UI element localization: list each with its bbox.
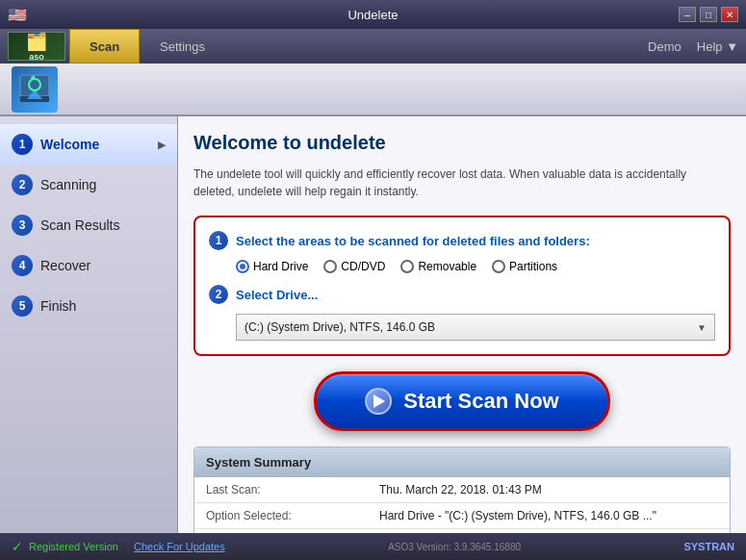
sidebar-item-scanning[interactable]: 2 Scanning <box>0 165 177 205</box>
sidebar-label-recover: Recover <box>40 258 90 273</box>
start-scan-label: Start Scan Now <box>403 389 558 414</box>
help-link[interactable]: Help ▼ <box>697 39 738 54</box>
summary-value-last-scan: Thu. March 22, 2018. 01:43 PM <box>379 483 542 496</box>
radio-circle-hd[interactable] <box>236 260 249 273</box>
summary-row-files-found: Files Found: 178 file(s) <box>194 529 730 533</box>
start-scan-button[interactable]: Start Scan Now <box>314 371 609 431</box>
tab-scan[interactable]: Scan <box>69 29 140 64</box>
sidebar-item-scan-results[interactable]: 3 Scan Results <box>0 205 177 245</box>
sidebar-num-2: 2 <box>12 174 33 195</box>
registered-indicator: ✓ Registered Version <box>12 539 118 554</box>
minimize-button[interactable]: – <box>679 7 696 22</box>
radio-cddvd[interactable]: CD/DVD <box>323 260 385 273</box>
drive-dropdown[interactable]: (C:) (System Drive), NTFS, 146.0 GB ▼ <box>236 314 715 341</box>
sidebar-num-5: 5 <box>12 295 33 317</box>
title-bar: 🇺🇸 Undelete – □ ✕ <box>0 0 746 29</box>
radio-partitions[interactable]: Partitions <box>492 260 557 273</box>
app-logo: 🗂️ aso <box>8 32 65 61</box>
page-title: Welcome to undelete <box>193 132 731 154</box>
radio-removable[interactable]: Removable <box>400 260 476 273</box>
summary-title: System Summary <box>194 447 730 477</box>
scan-options-box: 1 Select the areas to be scanned for del… <box>193 216 731 356</box>
summary-row-option: Option Selected: Hard Drive - "(C:) (Sys… <box>194 503 730 529</box>
bottom-left: ✓ Registered Version Check For Updates <box>12 539 225 554</box>
sidebar: 1 Welcome ▶ 2 Scanning 3 Scan Results 4 … <box>0 116 178 533</box>
step2-text: Select Drive... <box>236 288 318 302</box>
summary-value-option: Hard Drive - "(C:) (System Drive), NTFS,… <box>379 509 656 522</box>
window-title: Undelete <box>347 8 398 22</box>
play-icon <box>365 388 392 415</box>
content-area: Welcome to undelete The undelete tool wi… <box>178 116 746 533</box>
page-description: The undelete tool will quickly and effic… <box>193 165 731 200</box>
demo-link[interactable]: Demo <box>648 39 682 54</box>
sidebar-num-1: 1 <box>12 134 33 155</box>
play-triangle-icon <box>373 395 385 408</box>
sidebar-arrow-welcome: ▶ <box>158 140 166 150</box>
app-icon <box>12 66 58 113</box>
drive-select-area: (C:) (System Drive), NTFS, 146.0 GB ▼ <box>236 314 715 341</box>
radio-label-part: Partitions <box>509 260 557 273</box>
system-summary-box: System Summary Last Scan: Thu. March 22,… <box>193 446 731 533</box>
logo-text: aso <box>26 52 47 62</box>
bottom-bar: ✓ Registered Version Check For Updates A… <box>0 533 746 560</box>
radio-label-hd: Hard Drive <box>253 260 308 273</box>
summary-label-last-scan: Last Scan: <box>206 483 379 496</box>
title-bar-controls: – □ ✕ <box>679 7 738 22</box>
sidebar-num-3: 3 <box>12 215 33 236</box>
version-text: ASO3 Version: 3.9.3645.16880 <box>388 542 521 552</box>
step2-label: 2 Select Drive... <box>209 285 715 304</box>
main-area: 1 Welcome ▶ 2 Scanning 3 Scan Results 4 … <box>0 116 746 533</box>
sidebar-item-recover[interactable]: 4 Recover <box>0 245 177 286</box>
sidebar-label-scan-results: Scan Results <box>40 217 119 233</box>
sidebar-item-welcome[interactable]: 1 Welcome ▶ <box>0 124 177 165</box>
radio-hard-drive[interactable]: Hard Drive <box>236 260 308 273</box>
radio-label-cd: CD/DVD <box>341 260 385 273</box>
sidebar-num-4: 4 <box>12 255 33 276</box>
radio-circle-part[interactable] <box>492 260 505 273</box>
step2-num: 2 <box>209 285 228 304</box>
sidebar-label-scanning: Scanning <box>40 177 96 192</box>
restore-button[interactable]: □ <box>700 7 717 22</box>
summary-row-last-scan: Last Scan: Thu. March 22, 2018. 01:43 PM <box>194 477 730 503</box>
sidebar-label-welcome: Welcome <box>40 137 99 152</box>
check-icon: ✓ <box>12 539 23 554</box>
step1-label: 1 Select the areas to be scanned for del… <box>209 231 715 250</box>
systray-logo: SYSTRAN <box>683 541 734 552</box>
radio-group: Hard Drive CD/DVD Removable Partitions <box>236 260 715 273</box>
step1-text: Select the areas to be scanned for delet… <box>236 234 590 248</box>
title-bar-flag: 🇺🇸 <box>8 6 27 24</box>
summary-label-option: Option Selected: <box>206 509 379 522</box>
app-header <box>0 64 746 116</box>
radio-label-rem: Removable <box>418 260 476 273</box>
tab-settings[interactable]: Settings <box>140 29 225 64</box>
scan-button-area: Start Scan Now <box>193 371 731 431</box>
check-updates-link[interactable]: Check For Updates <box>134 541 225 552</box>
menu-bar: 🗂️ aso Scan Settings Demo Help ▼ <box>0 29 746 64</box>
sidebar-item-finish[interactable]: 5 Finish <box>0 286 177 326</box>
close-button[interactable]: ✕ <box>721 7 738 22</box>
radio-circle-rem[interactable] <box>400 260 414 273</box>
drive-value: (C:) (System Drive), NTFS, 146.0 GB <box>244 320 435 334</box>
step1-num: 1 <box>209 231 228 250</box>
sidebar-label-finish: Finish <box>40 298 76 314</box>
registered-label: Registered Version <box>29 541 118 552</box>
radio-dot-hd <box>240 264 245 269</box>
menu-right: Demo Help ▼ <box>648 39 738 54</box>
radio-circle-cd[interactable] <box>323 260 337 273</box>
dropdown-arrow-icon: ▼ <box>697 322 707 333</box>
